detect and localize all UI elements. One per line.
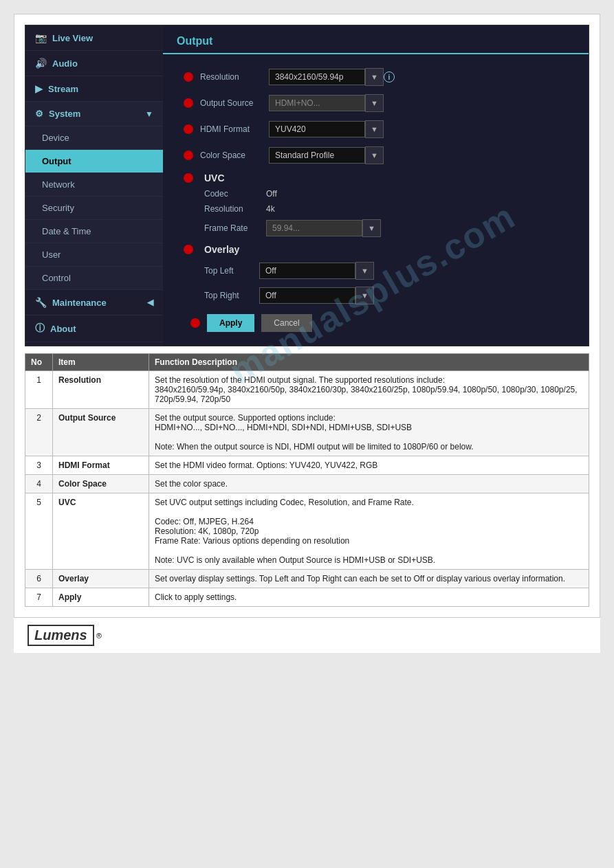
gear-icon: ⚙ — [35, 109, 43, 119]
doc-table: No Item Function Description 1 Resolutio… — [25, 353, 589, 607]
sidebar-item-security[interactable]: Security — [25, 197, 163, 220]
sidebar-item-device[interactable]: Device — [25, 126, 163, 150]
row-description: Set the color space. — [149, 475, 589, 493]
codec-label: Codec — [204, 189, 259, 199]
table-row: 7 Apply Click to apply settings. — [25, 588, 589, 607]
col-no: No — [25, 354, 53, 371]
top-left-select-group: Off ▼ — [259, 262, 374, 280]
sidebar: 📷 Live View 🔊 Audio ▶ Stream ⚙ System — [25, 25, 163, 346]
sidebar-item-date-time[interactable]: Date & Time — [25, 220, 163, 243]
sidebar-item-audio[interactable]: 🔊 Audio — [25, 51, 163, 76]
system-submenu: Device Output Network Security Date & Ti… — [25, 126, 163, 290]
table-row: 6 Overlay Set overlay display settings. … — [25, 570, 589, 588]
page-title: Output — [163, 25, 589, 54]
table-row: 2 Output Source Set the output source. S… — [25, 409, 589, 456]
color-space-row: Color Space Standard Profile ▼ — [184, 146, 575, 164]
row-no: 2 — [25, 409, 53, 456]
resolution-select-group: 3840x2160/59.94p ▼ i — [269, 68, 395, 86]
apply-indicator — [190, 318, 200, 328]
row-description: Set the resolution of the HDMI output si… — [149, 371, 589, 409]
row-item: Apply — [53, 588, 149, 607]
uvc-codec-row: Codec Off — [204, 189, 575, 199]
control-label: Control — [42, 273, 71, 283]
sidebar-maintenance-label: Maintenance — [52, 298, 107, 308]
col-description: Function Description — [149, 354, 589, 371]
cancel-button[interactable]: Cancel — [261, 314, 311, 332]
row-description: Click to apply settings. — [149, 588, 589, 607]
sidebar-item-maintenance[interactable]: 🔧 Maintenance ◀ — [25, 290, 163, 315]
resolution-select[interactable]: 3840x2160/59.94p — [269, 69, 365, 85]
sidebar-item-user[interactable]: User — [25, 243, 163, 267]
row-item: Resolution — [53, 371, 149, 409]
content-area: Output Resolution 3840x2160/59.94p ▼ i — [163, 25, 589, 346]
color-space-select-group: Standard Profile ▼ — [269, 146, 384, 164]
resolution-info-icon[interactable]: i — [384, 71, 395, 82]
date-time-label: Date & Time — [42, 226, 91, 236]
row-no: 4 — [25, 475, 53, 493]
top-left-dropdown-btn[interactable]: ▼ — [355, 262, 374, 280]
uvc-resolution-value: 4k — [266, 204, 275, 214]
overlay-label: Overlay — [204, 244, 239, 255]
color-space-select[interactable]: Standard Profile — [269, 147, 365, 164]
table-row: 3 HDMI Format Set the HDMI video format.… — [25, 456, 589, 475]
color-space-label: Color Space — [200, 151, 262, 160]
sidebar-item-live-view[interactable]: 📷 Live View — [25, 25, 163, 51]
uvc-indicator — [184, 173, 193, 183]
uvc-frame-rate-row: Frame Rate 59.94... ▼ — [204, 219, 575, 237]
hdmi-format-indicator — [184, 124, 193, 134]
top-right-select-group: Off ▼ — [259, 287, 374, 304]
hdmi-format-select[interactable]: YUV420 — [269, 121, 365, 137]
sidebar-item-output[interactable]: Output — [25, 150, 163, 173]
top-right-dropdown-btn[interactable]: ▼ — [355, 287, 374, 304]
camera-icon: 📷 — [35, 32, 47, 43]
top-left-label: Top Left — [204, 266, 252, 276]
resolution-indicator — [184, 72, 193, 82]
color-space-indicator — [184, 151, 193, 160]
row-no: 5 — [25, 493, 53, 570]
apply-button[interactable]: Apply — [207, 314, 254, 332]
output-source-dropdown-btn[interactable]: ▼ — [365, 94, 384, 112]
overlay-indicator — [184, 245, 193, 254]
wrench-icon: 🔧 — [35, 297, 47, 308]
output-source-select-group: HDMI+NO... ▼ — [269, 94, 384, 112]
security-label: Security — [42, 203, 74, 213]
resolution-dropdown-btn[interactable]: ▼ — [365, 68, 384, 86]
stream-icon: ▶ — [35, 83, 43, 94]
audio-icon: 🔊 — [35, 58, 47, 69]
table-row: 4 Color Space Set the color space. — [25, 475, 589, 493]
frame-rate-dropdown-btn[interactable]: ▼ — [362, 219, 381, 237]
codec-value: Off — [266, 189, 277, 199]
output-source-select[interactable]: HDMI+NO... — [269, 95, 365, 111]
overlay-top-right-row: Top Right Off ▼ — [204, 287, 575, 304]
user-label: User — [42, 249, 61, 260]
hdmi-format-label: HDMI Format — [200, 124, 262, 134]
table-row: 5 UVC Set UVC output settings including … — [25, 493, 589, 570]
color-space-dropdown-btn[interactable]: ▼ — [365, 146, 384, 164]
row-item: Color Space — [53, 475, 149, 493]
sidebar-item-stream[interactable]: ▶ Stream — [25, 76, 163, 102]
row-item: UVC — [53, 493, 149, 570]
row-item: Output Source — [53, 409, 149, 456]
col-item: Item — [53, 354, 149, 371]
uvc-resolution-row: Resolution 4k — [204, 204, 575, 214]
overlay-section: Overlay — [184, 244, 575, 255]
network-label: Network — [42, 179, 75, 190]
output-label: Output — [42, 156, 72, 166]
frame-rate-label: Frame Rate — [204, 223, 259, 233]
sidebar-item-control[interactable]: Control — [25, 267, 163, 290]
chevron-left-icon: ◀ — [147, 298, 153, 307]
hdmi-format-dropdown-btn[interactable]: ▼ — [365, 120, 384, 138]
sidebar-item-about[interactable]: ⓘ About — [25, 315, 163, 342]
overlay-top-left-row: Top Left Off ▼ — [204, 262, 575, 280]
frame-rate-select[interactable]: 59.94... — [266, 220, 362, 236]
uvc-label: UVC — [204, 173, 225, 183]
top-right-select[interactable]: Off — [259, 287, 355, 304]
hdmi-format-select-group: YUV420 ▼ — [269, 120, 384, 138]
uvc-section: UVC — [184, 173, 575, 183]
row-description: Set the output source. Supported options… — [149, 409, 589, 456]
top-left-select[interactable]: Off — [259, 263, 355, 279]
sidebar-item-system[interactable]: ⚙ System ▼ — [25, 102, 163, 126]
row-no: 1 — [25, 371, 53, 409]
frame-rate-select-group: 59.94... ▼ — [266, 219, 381, 237]
sidebar-item-network[interactable]: Network — [25, 173, 163, 197]
